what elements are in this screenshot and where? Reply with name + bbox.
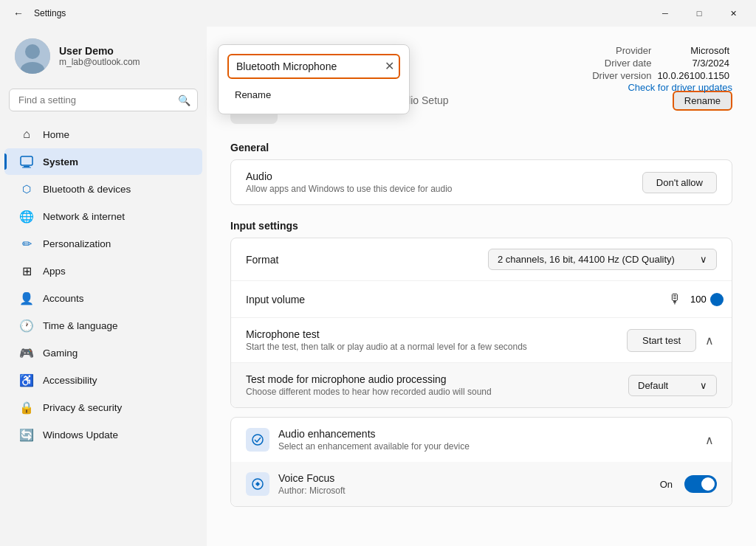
- enhancements-icon: [246, 428, 269, 452]
- sidebar-item-label: Apps: [43, 266, 66, 277]
- close-button[interactable]: ✕: [716, 1, 750, 25]
- voice-focus-toggle[interactable]: [684, 475, 717, 493]
- network-icon: 🌐: [19, 209, 34, 224]
- apps-icon: ⊞: [19, 263, 34, 278]
- avatar: [15, 38, 50, 74]
- svg-point-1: [25, 44, 40, 59]
- minimize-button[interactable]: ─: [648, 1, 682, 25]
- toggle-knob: [701, 477, 715, 491]
- sidebar-item-privacy[interactable]: 🔒 Privacy & security: [4, 394, 202, 421]
- sidebar-item-label: Privacy & security: [43, 402, 122, 413]
- rename-clear-icon[interactable]: ✕: [385, 61, 394, 72]
- sidebar-nav: ⌂ Home System ⬡ Bluetooth & devices 🌐: [0, 120, 207, 449]
- svg-rect-3: [21, 156, 32, 165]
- sidebar-item-accounts[interactable]: 👤 Accounts: [4, 285, 202, 311]
- microphone-test-title: Microphone test: [246, 328, 627, 340]
- microphone-test-row: Microphone test Start the test, then tal…: [231, 318, 732, 363]
- search-box: 🔍: [9, 89, 198, 111]
- sidebar-item-time[interactable]: 🕐 Time & language: [4, 312, 202, 339]
- sidebar-item-label: Network & internet: [43, 211, 125, 222]
- microphone-test-subtitle: Start the test, then talk or play audio …: [246, 342, 627, 352]
- rename-popup: ✕ Rename: [218, 44, 410, 114]
- start-test-button[interactable]: Start test: [627, 329, 696, 352]
- enhancements-header: Audio enhancements Select an enhancement…: [231, 418, 732, 462]
- format-row: Format 2 channels, 16 bit, 44100 Hz (CD …: [231, 238, 732, 281]
- rename-popup-input[interactable]: [227, 54, 400, 79]
- audio-title: Audio: [246, 170, 642, 182]
- voice-focus-row: Voice Focus Author: Microsoft On: [231, 462, 732, 506]
- user-email: m_lab@outlook.com: [59, 57, 192, 67]
- rename-inline-button[interactable]: Rename: [673, 91, 732, 111]
- search-input[interactable]: [9, 89, 198, 111]
- check-driver-updates-link[interactable]: Check for driver updates: [628, 82, 732, 93]
- sidebar-item-label: Accessibility: [43, 375, 97, 386]
- system-icon: [19, 154, 34, 169]
- collapse-enhancements-button[interactable]: ∧: [702, 430, 717, 450]
- sidebar-item-bluetooth[interactable]: ⬡ Bluetooth & devices: [4, 176, 202, 202]
- personalization-icon: ✏: [19, 236, 34, 251]
- sidebar-item-label: Windows Update: [43, 429, 118, 440]
- microphone-icon: 🎙: [668, 291, 681, 307]
- titlebar-controls: ─ □ ✕: [648, 1, 750, 25]
- maximize-button[interactable]: □: [682, 1, 716, 25]
- test-mode-title: Test mode for microphone audio processin…: [246, 373, 628, 385]
- rename-popup-button[interactable]: Rename: [227, 85, 278, 105]
- svg-rect-5: [22, 167, 31, 168]
- format-dropdown[interactable]: 2 channels, 16 bit, 44100 Hz (CD Quality…: [488, 249, 717, 270]
- general-section-label: General: [207, 136, 756, 159]
- user-section: User Demo m_lab@outlook.com: [0, 27, 207, 89]
- sidebar-item-home[interactable]: ⌂ Home: [4, 121, 202, 148]
- format-title: Format: [246, 254, 488, 266]
- sidebar-item-apps[interactable]: ⊞ Apps: [4, 258, 202, 284]
- enhancements-title: Audio enhancements: [278, 428, 702, 440]
- driver-info: Provider Microsoft Driver date 7/3/2024 …: [589, 44, 732, 93]
- provider-label: Provider: [589, 44, 654, 57]
- audio-row: Audio Allow apps and Windows to use this…: [231, 160, 732, 204]
- collapse-microphone-test-button[interactable]: ∧: [702, 331, 717, 350]
- driver-date-value: 7/3/2024: [654, 57, 732, 69]
- chevron-down-icon: ∨: [700, 254, 707, 265]
- sidebar-item-label: Bluetooth & devices: [43, 184, 131, 195]
- back-button[interactable]: ←: [9, 4, 28, 22]
- sidebar: User Demo m_lab@outlook.com 🔍 ⌂ Home: [0, 27, 207, 546]
- test-mode-row: Test mode for microphone audio processin…: [231, 363, 732, 407]
- home-icon: ⌂: [19, 127, 34, 142]
- sidebar-item-personalization[interactable]: ✏ Personalization: [4, 230, 202, 257]
- test-mode-dropdown[interactable]: Default ∨: [628, 375, 717, 396]
- enhancements-card: Audio enhancements Select an enhancement…: [230, 417, 732, 507]
- windows-update-icon: 🔄: [19, 427, 34, 442]
- volume-row: Input volume 🎙 100: [231, 281, 732, 318]
- rename-input-wrap: ✕: [227, 54, 400, 79]
- driver-date-label: Driver date: [589, 57, 654, 69]
- svg-point-10: [252, 435, 263, 445]
- volume-value: 100: [690, 294, 708, 305]
- test-mode-subtitle: Choose different modes to hear how recor…: [246, 387, 628, 397]
- svg-rect-4: [24, 166, 30, 167]
- sidebar-item-network[interactable]: 🌐 Network & internet: [4, 203, 202, 229]
- dont-allow-button[interactable]: Don't allow: [642, 172, 717, 193]
- input-settings-label: Input settings: [207, 214, 756, 238]
- format-value: 2 channels, 16 bit, 44100 Hz (CD Quality…: [498, 254, 675, 265]
- sidebar-item-label: Gaming: [43, 348, 78, 359]
- volume-title: Input volume: [246, 294, 668, 305]
- sidebar-item-label: Personalization: [43, 238, 111, 249]
- voice-focus-icon: [246, 472, 269, 496]
- sidebar-item-system[interactable]: System: [4, 148, 202, 175]
- sidebar-item-label: Time & language: [43, 320, 118, 331]
- audio-subtitle: Allow apps and Windows to use this devic…: [246, 184, 642, 194]
- provider-value: Microsoft: [654, 44, 732, 57]
- titlebar-title: Settings: [34, 8, 66, 18]
- accounts-icon: 👤: [19, 291, 34, 305]
- time-icon: 🕐: [19, 318, 34, 333]
- sidebar-item-label: System: [43, 156, 78, 167]
- sidebar-item-accessibility[interactable]: ♿ Accessibility: [4, 367, 202, 393]
- sidebar-item-label: Accounts: [43, 293, 84, 304]
- driver-version-value: 10.0.26100.1150: [654, 69, 732, 82]
- sidebar-item-gaming[interactable]: 🎮 Gaming: [4, 339, 202, 366]
- user-name: User Demo: [59, 45, 192, 57]
- titlebar-left: ← Settings: [9, 4, 66, 22]
- sidebar-item-windows-update[interactable]: 🔄 Windows Update: [4, 421, 202, 448]
- enhancements-subtitle: Select an enhancement available for your…: [278, 441, 702, 452]
- gaming-icon: 🎮: [19, 345, 34, 360]
- driver-version-label: Driver version: [589, 69, 654, 82]
